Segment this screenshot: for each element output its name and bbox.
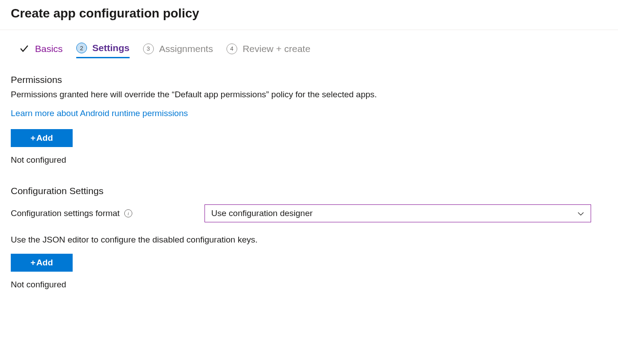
config-format-row: Configuration settings format i Use conf… [11,204,607,222]
wizard-step-settings[interactable]: 2 Settings [76,43,130,58]
wizard-step-label: Settings [92,43,130,53]
wizard-step-label: Basics [35,43,63,54]
config-heading: Configuration Settings [11,186,607,196]
wizard-nav: Basics 2 Settings 3 Assignments 4 Review… [11,43,607,58]
chevron-down-icon [577,210,584,217]
checkmark-icon [19,43,30,54]
page-header: Create app configuration policy [0,0,618,30]
page-title: Create app configuration policy [11,6,607,21]
configuration-settings-section: Configuration Settings Configuration set… [11,186,607,290]
learn-more-link[interactable]: Learn more about Android runtime permiss… [11,108,188,118]
step-number-badge: 2 [76,43,87,53]
wizard-step-label: Assignments [159,43,213,54]
wizard-step-basics[interactable]: Basics [19,43,63,58]
main-content: Basics 2 Settings 3 Assignments 4 Review… [0,30,618,328]
add-permission-button[interactable]: +Add [11,129,73,147]
plus-icon: + [30,258,35,268]
config-format-selected-value: Use configuration designer [211,208,313,218]
wizard-step-review-create[interactable]: 4 Review + create [226,43,310,58]
step-number-badge: 3 [143,43,154,54]
config-format-select[interactable]: Use configuration designer [205,204,591,222]
permissions-status: Not configured [11,155,607,165]
info-icon[interactable]: i [124,209,132,217]
add-button-label: Add [36,133,53,143]
plus-icon: + [30,133,35,143]
add-button-label: Add [36,258,53,268]
config-format-label-wrap: Configuration settings format i [11,208,205,218]
permissions-description: Permissions granted here will override t… [11,90,607,100]
config-hint: Use the JSON editor to configure the dis… [11,235,607,245]
wizard-step-assignments[interactable]: 3 Assignments [143,43,213,58]
permissions-section: Permissions Permissions granted here wil… [11,74,607,165]
permissions-heading: Permissions [11,74,607,85]
add-config-button[interactable]: +Add [11,254,73,272]
step-number-badge: 4 [226,43,237,54]
config-status: Not configured [11,280,607,290]
wizard-step-label: Review + create [243,43,310,54]
config-format-label: Configuration settings format [11,208,120,218]
